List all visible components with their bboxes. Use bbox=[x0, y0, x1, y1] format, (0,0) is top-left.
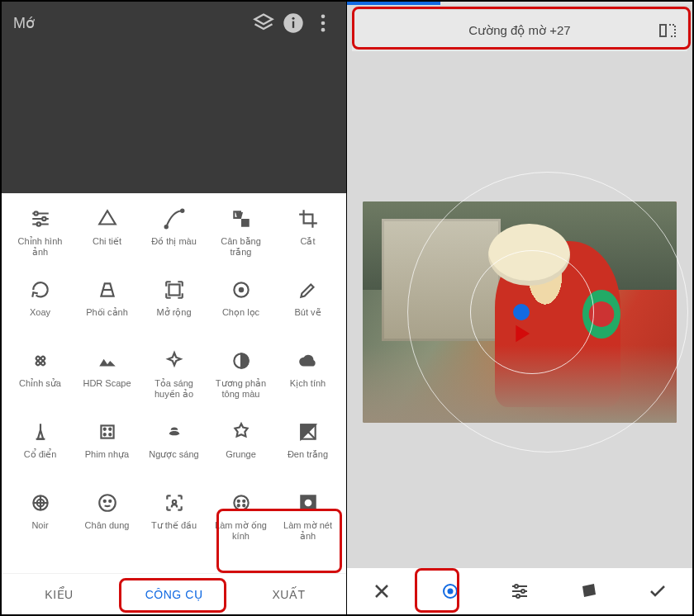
svg-rect-39 bbox=[660, 25, 666, 36]
tool-label: Chi tiết bbox=[93, 236, 121, 247]
tool-label: Kịch tính bbox=[290, 378, 326, 389]
healing-icon bbox=[28, 348, 53, 373]
tool-label: Phối cảnh bbox=[86, 307, 128, 318]
svg-rect-20 bbox=[101, 425, 113, 438]
focus-mode-button[interactable] bbox=[416, 568, 486, 614]
white-balance-icon: W bbox=[229, 206, 254, 231]
tool-expand[interactable]: Mở rộng bbox=[140, 274, 207, 344]
svg-point-16 bbox=[239, 288, 242, 291]
more-vert-icon[interactable] bbox=[311, 12, 335, 35]
tune-image-icon bbox=[28, 206, 53, 231]
focus-inner-circle[interactable] bbox=[470, 250, 594, 374]
svg-point-24 bbox=[109, 434, 111, 435]
svg-point-3 bbox=[321, 15, 326, 19]
tool-label: Tương phản tông màu bbox=[211, 378, 272, 400]
red-arrow-annotation bbox=[485, 322, 531, 345]
compare-icon[interactable] bbox=[658, 21, 677, 40]
tool-hdr-scape[interactable]: HDR Scape bbox=[74, 345, 140, 415]
tool-vintage[interactable]: Cổ điển bbox=[7, 416, 74, 486]
tab-congcu[interactable]: CÔNG CỤ bbox=[116, 576, 231, 613]
tool-grid: Chỉnh hình ảnhChi tiếtĐồ thị màuWCân bằn… bbox=[2, 193, 346, 573]
tool-portrait[interactable]: Chân dung bbox=[74, 487, 140, 557]
open-title: Mớ bbox=[13, 14, 245, 32]
tool-details[interactable]: Chi tiết bbox=[74, 203, 140, 272]
svg-rect-1 bbox=[292, 21, 294, 28]
tool-label: Làm mờ ống kính bbox=[211, 520, 272, 542]
tool-grunge[interactable]: Grunge bbox=[207, 416, 274, 486]
svg-point-8 bbox=[36, 222, 40, 225]
right-screen: Cường độ mờ +27 bbox=[347, 2, 692, 614]
tab-xuat[interactable]: XUẤT bbox=[231, 576, 346, 613]
image-preview-area bbox=[2, 45, 346, 193]
tool-label: Cân bằng trắng bbox=[211, 236, 272, 258]
tool-drama[interactable]: Kịch tính bbox=[274, 345, 341, 415]
layers-icon[interactable] bbox=[252, 12, 275, 35]
right-bottom-tools bbox=[347, 568, 692, 614]
vintage-icon bbox=[28, 419, 53, 444]
bottom-tabs: KIỂU CÔNG CỤ XUẤT bbox=[2, 573, 346, 614]
svg-point-33 bbox=[237, 500, 239, 502]
tool-label: Grunge bbox=[226, 449, 256, 460]
svg-point-41 bbox=[449, 590, 453, 594]
image-editor-area[interactable] bbox=[347, 56, 692, 568]
tool-retrolux[interactable]: Ngược sáng bbox=[140, 416, 207, 486]
tab-kieu[interactable]: KIỂU bbox=[2, 576, 116, 613]
rotate-icon bbox=[28, 277, 53, 302]
tool-selective[interactable]: Chọn lọc bbox=[207, 274, 274, 344]
tool-healing[interactable]: Chỉnh sửa bbox=[7, 345, 74, 415]
black-white-icon bbox=[296, 419, 321, 444]
apply-button[interactable] bbox=[623, 568, 692, 614]
info-icon[interactable] bbox=[282, 12, 305, 35]
tool-curves[interactable]: Đồ thị màu bbox=[140, 203, 207, 272]
tool-white-balance[interactable]: WCân bằng trắng bbox=[207, 203, 274, 272]
svg-point-10 bbox=[181, 210, 183, 212]
grainy-film-icon bbox=[95, 419, 120, 444]
tool-rotate[interactable]: Xoay bbox=[7, 274, 74, 344]
tool-perspective[interactable]: Phối cảnh bbox=[74, 274, 140, 344]
hdr-scape-icon bbox=[95, 348, 120, 373]
svg-point-44 bbox=[516, 595, 520, 598]
cancel-button[interactable] bbox=[347, 568, 416, 614]
svg-point-38 bbox=[303, 499, 312, 508]
tool-lens-blur[interactable]: Làm mờ ống kính bbox=[207, 487, 274, 557]
card-button[interactable] bbox=[554, 568, 624, 614]
svg-point-43 bbox=[521, 590, 525, 593]
tool-label: Làm mờ nét ảnh bbox=[278, 520, 339, 542]
tool-vignette[interactable]: Làm mờ nét ảnh bbox=[274, 487, 341, 557]
focus-center-dot[interactable] bbox=[513, 304, 530, 320]
tool-label: Phim nhựa bbox=[85, 449, 129, 460]
svg-point-2 bbox=[292, 17, 294, 20]
svg-point-36 bbox=[243, 505, 245, 506]
svg-point-9 bbox=[164, 225, 167, 228]
tool-label: Noir bbox=[31, 520, 48, 531]
tool-grainy-film[interactable]: Phim nhựa bbox=[74, 416, 140, 486]
expand-icon bbox=[162, 277, 187, 302]
tool-black-white[interactable]: Đen trắng bbox=[274, 416, 341, 486]
svg-point-32 bbox=[234, 495, 248, 509]
tool-label: Bút vẽ bbox=[294, 307, 321, 318]
tool-glamour-glow[interactable]: Tỏa sáng huyền ảo bbox=[140, 345, 207, 415]
svg-point-5 bbox=[321, 28, 326, 32]
svg-point-28 bbox=[99, 495, 116, 511]
curves-icon bbox=[162, 206, 187, 231]
svg-text:W: W bbox=[236, 212, 242, 218]
tool-tune-image[interactable]: Chỉnh hình ảnh bbox=[7, 203, 74, 272]
tool-brush[interactable]: Bút vẽ bbox=[274, 274, 341, 344]
tool-tonal-contrast[interactable]: Tương phản tông màu bbox=[207, 345, 274, 415]
left-screen: Mớ Chỉnh hình ảnhChi tiếtĐồ thị màuWCân … bbox=[2, 2, 347, 614]
svg-point-4 bbox=[321, 21, 326, 26]
tool-noir[interactable]: Noir bbox=[7, 487, 74, 557]
tool-head-pose[interactable]: Tư thế đầu bbox=[140, 487, 207, 557]
glamour-glow-icon bbox=[162, 348, 187, 373]
blur-strength-bar[interactable]: Cường độ mờ +27 bbox=[352, 10, 687, 51]
perspective-icon bbox=[95, 277, 120, 302]
tonal-contrast-icon bbox=[229, 348, 254, 373]
progress-bar bbox=[347, 2, 692, 5]
sliders-button[interactable] bbox=[485, 568, 554, 614]
tool-label: Ngược sáng bbox=[149, 449, 198, 460]
tool-label: Mở rộng bbox=[156, 307, 191, 318]
vignette-icon bbox=[296, 490, 321, 515]
svg-point-6 bbox=[34, 211, 37, 215]
tool-label: Tư thế đầu bbox=[151, 520, 197, 531]
tool-crop[interactable]: Cắt bbox=[274, 203, 341, 272]
